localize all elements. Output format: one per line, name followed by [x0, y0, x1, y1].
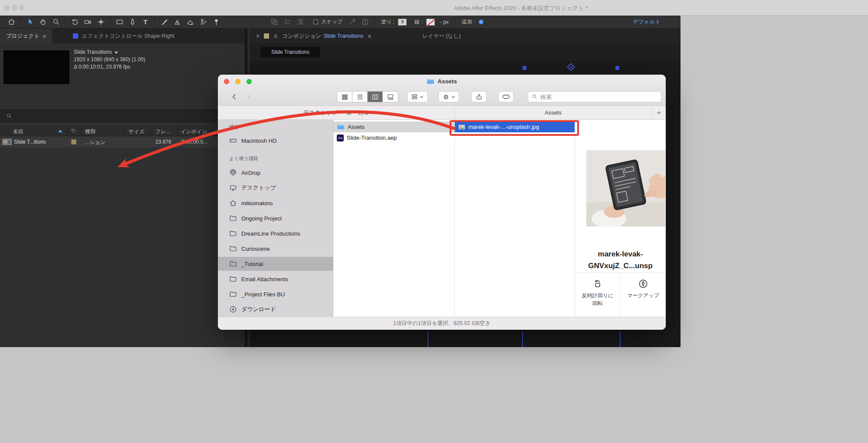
ae-tools-toolbar: T スナップ 塗り : ? 線 : - px 追加 : デフォルト: [0, 16, 681, 29]
tab-layer[interactable]: レイヤー (なし): [422, 33, 460, 40]
gallery-view-button[interactable]: [383, 92, 398, 102]
column-view-button[interactable]: [368, 92, 383, 102]
folder-icon: [229, 230, 237, 237]
mask-visibility-icon[interactable]: [268, 16, 280, 28]
sidebar-item-macintosh-hd[interactable]: Macintosh HD: [218, 134, 333, 148]
selection-tool-icon[interactable]: [24, 16, 36, 28]
stroke-width-value[interactable]: - px: [440, 19, 449, 25]
toolbar-separator: [155, 18, 155, 26]
column-divider[interactable]: [67, 126, 67, 136]
sidebar-item-tutorial[interactable]: _Tutorial: [218, 257, 333, 271]
column-header-desktop[interactable]: デスクトップ — ローカル: [218, 106, 455, 119]
fill-color-swatch[interactable]: ?: [398, 19, 407, 26]
viewer-tab-label[interactable]: コンポジション: [282, 33, 321, 40]
column-divider[interactable]: [152, 126, 152, 136]
clone-stamp-tool-icon[interactable]: [171, 16, 183, 28]
hand-tool-icon[interactable]: [37, 16, 49, 28]
pan-behind-tool-icon[interactable]: [95, 16, 107, 28]
icon-view-button[interactable]: [337, 92, 352, 102]
column-divider[interactable]: [81, 126, 81, 136]
column-header-type[interactable]: 種類: [85, 128, 95, 135]
folder-icon: [229, 290, 237, 298]
sidebar-item-downloads[interactable]: ダウンロード: [218, 302, 333, 316]
camera-tool-icon[interactable]: [82, 16, 94, 28]
anchor-point-dot: [570, 66, 572, 68]
sort-ascending-icon[interactable]: [58, 130, 62, 132]
viewer-menu-icon[interactable]: ≡: [368, 33, 371, 39]
search-input[interactable]: [540, 94, 658, 100]
column-header-assets[interactable]: Assets: [455, 106, 652, 119]
sidebar-item-dreamline-productions[interactable]: DreamLine Productions: [218, 226, 333, 240]
brush-tool-icon[interactable]: [158, 16, 170, 28]
comp-name[interactable]: Slide Transitions: [74, 49, 112, 55]
tags-button[interactable]: [498, 91, 514, 102]
sidebar-item-curioscene[interactable]: Curioscene: [218, 242, 333, 256]
column-headers-bar: デスクトップ — ローカル Assets +: [218, 106, 666, 120]
add-property-icon[interactable]: [478, 19, 484, 25]
selection-handle-right[interactable]: [615, 66, 619, 70]
column-header-framerate[interactable]: フレ...: [155, 128, 171, 135]
type-tool-icon[interactable]: T: [139, 16, 151, 28]
puppet-pin-tool-icon[interactable]: [210, 16, 222, 28]
forward-button[interactable]: [242, 91, 254, 102]
home-tool-icon[interactable]: [5, 16, 17, 28]
finder-search-field[interactable]: [528, 91, 661, 102]
file-row-aep-project[interactable]: Ae Slide-Transition.aep: [333, 132, 454, 143]
markup-button[interactable]: マークアップ: [621, 272, 666, 317]
list-view-button[interactable]: [352, 92, 368, 102]
column-divider[interactable]: [124, 126, 125, 136]
selection-handle-left[interactable]: [523, 66, 526, 70]
folder-icon: [427, 78, 434, 85]
pen-tool-icon[interactable]: [126, 16, 138, 28]
inactive-close-button[interactable]: [4, 5, 10, 10]
sidebar-item-project-files-bu[interactable]: _Project Files BU: [218, 287, 333, 301]
toolbar-separator: [455, 18, 455, 26]
close-tab-icon[interactable]: ×: [256, 33, 260, 39]
column-header-size[interactable]: サイズ: [128, 128, 145, 135]
roto-brush-tool-icon[interactable]: [197, 16, 209, 28]
rotate-ccw-button[interactable]: 反時計回りに 回転: [575, 272, 620, 317]
sidebar-item-email-attachments[interactable]: Email Attachments: [218, 272, 333, 286]
comp-mini-tab[interactable]: Slide Transitions: [260, 47, 320, 57]
sidebar-item-desktop[interactable]: デスクトップ: [218, 181, 333, 195]
zoom-tool-icon[interactable]: [50, 16, 62, 28]
label-column-icon[interactable]: [71, 128, 77, 134]
viewer-tab-comp-name[interactable]: Slide Transitions: [324, 33, 364, 39]
rectangle-tool-icon[interactable]: [113, 16, 125, 28]
add-column-button[interactable]: +: [652, 106, 666, 119]
group-by-button[interactable]: [407, 91, 428, 102]
comp-disclosure-icon[interactable]: [115, 52, 118, 54]
comp-thumbnail[interactable]: [3, 50, 69, 84]
distribute-icon[interactable]: [294, 16, 306, 28]
timeline-marker-line: [620, 331, 621, 347]
label-color-chip[interactable]: [71, 139, 76, 144]
eraser-tool-icon[interactable]: [184, 16, 196, 28]
column-header-inpoint[interactable]: インポイン: [181, 128, 207, 135]
tab-project[interactable]: プロジェクト ≡: [0, 29, 52, 43]
align-icon[interactable]: [281, 16, 293, 28]
inactive-zoom-button[interactable]: [19, 5, 24, 10]
lock-icon[interactable]: [273, 33, 279, 39]
share-button[interactable]: [471, 91, 487, 102]
project-search-field[interactable]: [0, 109, 247, 122]
project-item-name[interactable]: Slide T...itions: [14, 139, 46, 145]
inactive-minimize-button[interactable]: [12, 5, 17, 10]
file-row-assets-folder[interactable]: Assets: [333, 121, 454, 132]
panel-menu-icon[interactable]: ≡: [43, 33, 46, 39]
column-header-name[interactable]: 名前: [13, 128, 23, 135]
workspace-label[interactable]: デフォルト: [633, 18, 661, 26]
tab-effect-controls[interactable]: エフェクトコントロール Shape-Right: [67, 29, 180, 43]
search-icon: [6, 113, 13, 119]
sidebar-item-ongoing-project[interactable]: Ongoing Project: [218, 211, 333, 225]
sidebar-item-home[interactable]: mikiomakino: [218, 196, 333, 210]
project-item-row[interactable]: Slide T...itions ...ション 23.976 0:00:00:0…: [0, 136, 247, 148]
stroke-color-swatch[interactable]: [426, 19, 435, 26]
snap-checkbox[interactable]: [313, 20, 318, 24]
sidebar-item-airdrop[interactable]: AirDrop: [218, 166, 333, 180]
snap-boundary-icon[interactable]: [359, 16, 371, 28]
column-divider[interactable]: [177, 126, 178, 136]
snap-option-icon[interactable]: [346, 16, 358, 28]
action-menu-button[interactable]: [438, 91, 459, 102]
back-button[interactable]: [228, 91, 240, 102]
rotate-tool-icon[interactable]: [69, 16, 81, 28]
